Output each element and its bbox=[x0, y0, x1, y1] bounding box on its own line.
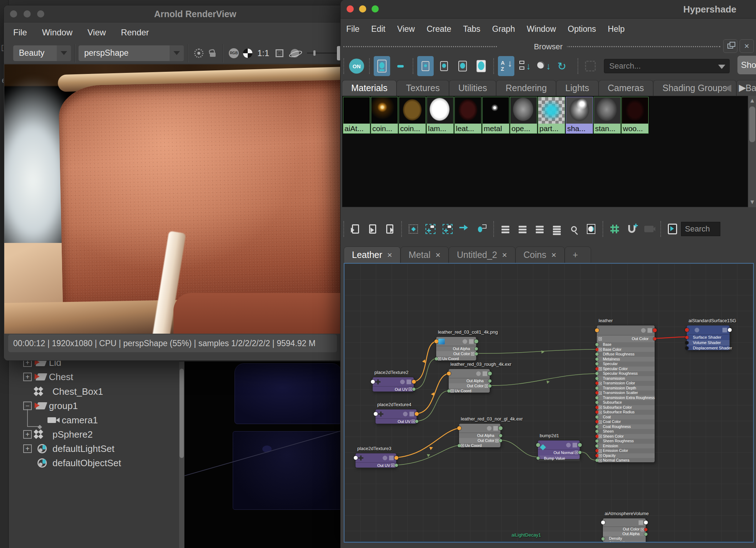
node-attribute-row[interactable]: Coat Color bbox=[597, 419, 655, 424]
node-attribute-row[interactable]: Out UV bbox=[356, 463, 396, 468]
port-dot[interactable] bbox=[595, 401, 599, 404]
port-dot[interactable] bbox=[415, 420, 418, 423]
expand-port-icon[interactable] bbox=[438, 357, 441, 360]
outliner-item-label[interactable]: defaultObjectSet bbox=[52, 458, 121, 469]
refresh-swatches-button[interactable]: ↻ bbox=[554, 56, 570, 76]
scroll-tabs-left-icon[interactable]: ◀ bbox=[724, 82, 731, 93]
node-attribute-row[interactable]: Coat bbox=[597, 415, 655, 420]
node-attribute-row[interactable]: Metalness bbox=[597, 357, 655, 362]
scrollbar-thumb[interactable] bbox=[180, 369, 184, 458]
simple-view-button[interactable] bbox=[498, 222, 513, 236]
graph-tab[interactable]: Leather × bbox=[344, 246, 400, 263]
port-dot[interactable] bbox=[536, 443, 540, 447]
outliner-row[interactable]: Chest_Box1 bbox=[9, 384, 179, 399]
node-attribute-row[interactable]: Displacement Shader bbox=[687, 345, 730, 351]
menu-item[interactable]: Render bbox=[121, 28, 149, 38]
minimize-traffic-light[interactable] bbox=[359, 5, 366, 13]
node-attribute-row[interactable]: Specular bbox=[597, 362, 655, 367]
node-attribute-row[interactable]: Uv Coord bbox=[449, 388, 490, 393]
node-header[interactable] bbox=[356, 453, 396, 463]
expand-port-icon[interactable] bbox=[599, 454, 602, 457]
menu-item[interactable]: Window bbox=[527, 24, 556, 34]
node-attribute-row[interactable]: Transmission Scatter bbox=[597, 390, 655, 395]
port-dot[interactable] bbox=[499, 439, 502, 442]
port-dot[interactable] bbox=[644, 528, 647, 531]
material-swatch[interactable]: leat... bbox=[454, 97, 482, 134]
menu-item[interactable]: Create bbox=[427, 24, 451, 34]
node-attribute-row[interactable]: Transmission bbox=[597, 376, 655, 381]
node-attribute-row[interactable]: Coat Roughness bbox=[597, 424, 655, 429]
scroll-down-icon[interactable]: ▼ bbox=[748, 199, 756, 206]
magnet-snap-button[interactable] bbox=[625, 222, 639, 236]
material-swatch[interactable]: lam... bbox=[427, 97, 454, 134]
expand-port-icon[interactable] bbox=[599, 337, 602, 340]
close-tab-icon[interactable]: × bbox=[387, 250, 392, 260]
expand-port-icon[interactable] bbox=[599, 459, 602, 462]
expand-port-icon[interactable] bbox=[485, 384, 488, 388]
expand-port-icon[interactable] bbox=[599, 382, 602, 385]
port-dot[interactable] bbox=[595, 328, 599, 332]
material-name[interactable]: sha... bbox=[566, 124, 593, 133]
swap-io-button[interactable] bbox=[665, 222, 680, 236]
list-view-button[interactable] bbox=[392, 56, 409, 76]
port-dot[interactable] bbox=[653, 337, 656, 340]
show-swatches-button[interactable] bbox=[584, 222, 598, 236]
remove-from-graph-button[interactable] bbox=[440, 222, 455, 236]
port-dot[interactable] bbox=[499, 426, 503, 430]
node-attribute-row[interactable]: Subsurface bbox=[597, 400, 655, 405]
node-attribute-row[interactable]: Out Color bbox=[449, 383, 490, 388]
menu-item[interactable]: File bbox=[346, 24, 359, 34]
port-dot[interactable] bbox=[354, 456, 358, 460]
node-attribute-row[interactable]: Out UV bbox=[376, 419, 417, 424]
outliner-row[interactable]: + pSphere2 bbox=[9, 427, 179, 442]
port-dot[interactable] bbox=[447, 389, 450, 393]
menu-item[interactable]: Graph bbox=[492, 24, 515, 34]
node-file-rough[interactable]: leather_red_03_rough_4k.exr Out Alpha Ou… bbox=[448, 369, 490, 393]
node-file-coll1[interactable]: leather_red_03_coll1_4k.png Out Alpha Ou… bbox=[436, 337, 477, 361]
swatch-render-on-button[interactable]: ON bbox=[349, 59, 364, 74]
extra-large-icons-button[interactable] bbox=[473, 56, 489, 76]
port-dot[interactable] bbox=[595, 406, 599, 409]
node-attribute-row[interactable]: Subsurface Color bbox=[597, 405, 655, 410]
material-thumbnail[interactable] bbox=[622, 97, 648, 124]
port-dot[interactable] bbox=[644, 520, 648, 524]
node-attribute-row[interactable]: Out Color bbox=[436, 351, 476, 356]
node-header[interactable] bbox=[459, 424, 500, 433]
port-dot[interactable] bbox=[595, 362, 599, 365]
node-attribute-row[interactable]: Surface Shader bbox=[687, 335, 730, 340]
graph-tab[interactable]: Coins × bbox=[515, 246, 565, 263]
node-attribute-row[interactable]: Volume Shader bbox=[687, 340, 730, 345]
swatch-scrollbar[interactable]: ▲ ▼ bbox=[748, 96, 756, 207]
port-dot[interactable] bbox=[685, 328, 689, 332]
port-dot[interactable] bbox=[595, 348, 599, 351]
node-attribute-row[interactable]: Specular Roughness bbox=[597, 371, 655, 376]
expand-port-icon[interactable] bbox=[575, 451, 578, 454]
zoom-ratio[interactable]: 1:1 bbox=[257, 48, 269, 58]
outliner-item-label[interactable]: pSphere2 bbox=[52, 429, 93, 440]
sort-reverse-button[interactable]: ↓ bbox=[516, 56, 533, 76]
outliner-row[interactable]: + Chest bbox=[9, 370, 179, 384]
graph-tab[interactable]: Metal × bbox=[400, 246, 449, 263]
rgb-channel-icon[interactable]: RGB bbox=[229, 48, 239, 58]
expand-port-icon[interactable] bbox=[599, 435, 602, 438]
add-to-graph-button[interactable] bbox=[423, 222, 438, 236]
region-render-icon[interactable] bbox=[194, 49, 203, 58]
connect-selected-button[interactable] bbox=[458, 222, 472, 236]
port-dot[interactable] bbox=[644, 533, 647, 536]
node-attribute-row[interactable]: Subsurface Radius bbox=[597, 410, 655, 415]
port-dot[interactable] bbox=[595, 396, 599, 399]
input-connections-button[interactable] bbox=[348, 222, 363, 236]
material-swatch[interactable]: stan... bbox=[594, 97, 621, 134]
port-dot[interactable] bbox=[595, 439, 599, 443]
material-swatch[interactable]: woo... bbox=[621, 97, 649, 134]
port-dot[interactable] bbox=[457, 426, 461, 430]
material-thumbnail[interactable] bbox=[566, 97, 593, 124]
browser-tab[interactable]: Shading Groups bbox=[653, 80, 736, 96]
port-dot[interactable] bbox=[458, 444, 461, 447]
node-header[interactable] bbox=[597, 325, 655, 335]
port-dot[interactable] bbox=[371, 380, 375, 384]
browser-tab[interactable]: Utilities bbox=[449, 80, 497, 96]
port-dot[interactable] bbox=[595, 358, 599, 361]
small-icons-button[interactable] bbox=[417, 56, 434, 76]
drag-handle[interactable] bbox=[343, 46, 497, 47]
